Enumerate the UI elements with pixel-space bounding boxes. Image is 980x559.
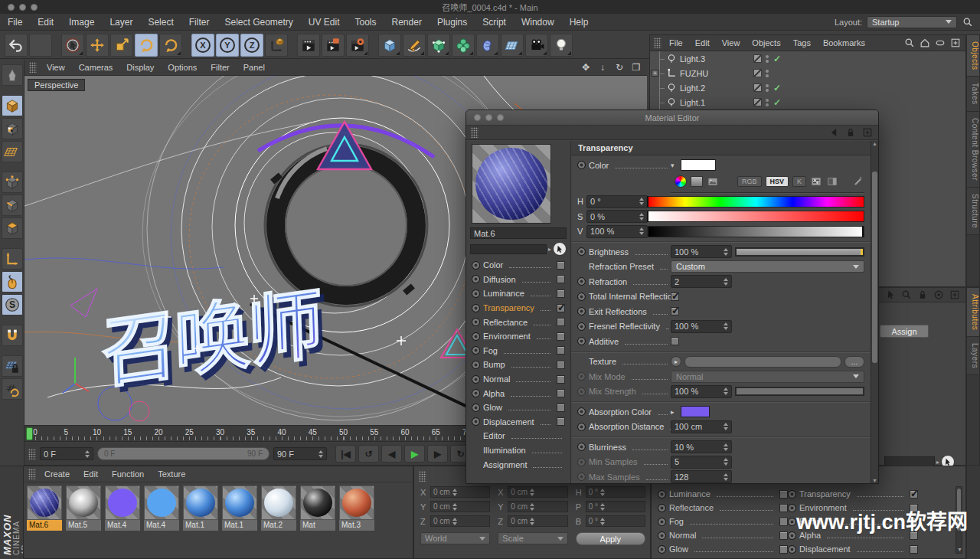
coord-select-world[interactable]: World xyxy=(420,532,490,544)
channel-checkbox[interactable] xyxy=(557,389,565,397)
material-preview[interactable] xyxy=(472,144,551,224)
menu-image[interactable]: Image xyxy=(61,14,102,31)
coord-field[interactable]: 0 ° xyxy=(586,501,645,512)
rotate-workplane-button[interactable] xyxy=(2,378,23,400)
channel-checkbox[interactable] xyxy=(557,304,565,312)
channel-fog[interactable]: Fog xyxy=(466,344,570,358)
channel-checkbox[interactable] xyxy=(557,332,565,341)
lock-icon[interactable] xyxy=(844,126,857,139)
camera-label[interactable]: Perspective xyxy=(28,79,85,91)
spin-arrows-icon[interactable] xyxy=(530,503,534,511)
layer-tag-icon[interactable] xyxy=(753,98,762,106)
scale-button[interactable] xyxy=(110,34,133,57)
workplane-mode-button[interactable] xyxy=(2,141,23,162)
radio-icon[interactable] xyxy=(577,372,586,381)
basic-channel-transparency[interactable]: Transparency xyxy=(788,487,918,501)
gray-swatch-icon[interactable] xyxy=(691,176,703,187)
channel-normal[interactable]: Normal xyxy=(466,372,570,387)
channel-displacement[interactable]: Displacement xyxy=(466,415,570,430)
axis-mode-button[interactable] xyxy=(2,248,23,270)
coord-select-scale[interactable]: Scale xyxy=(498,532,567,544)
radio-icon[interactable] xyxy=(472,332,480,341)
spin-arrows-icon[interactable] xyxy=(600,518,605,525)
dropdown[interactable]: Normal xyxy=(671,371,864,383)
gradient-sat[interactable] xyxy=(648,211,864,222)
add-light-button[interactable] xyxy=(550,34,573,57)
goto-start-button[interactable]: |◀ xyxy=(335,445,356,463)
assign-button[interactable]: Assign xyxy=(880,325,929,338)
spin-field[interactable]: 100 % xyxy=(586,225,648,238)
radio-icon[interactable] xyxy=(658,531,666,540)
shader-field[interactable] xyxy=(470,244,547,254)
coord-field[interactable]: 0 cm xyxy=(508,501,567,512)
radio-icon[interactable] xyxy=(658,518,666,526)
channel-color[interactable]: Color xyxy=(466,258,570,273)
render-view-button[interactable] xyxy=(297,34,320,57)
dropdown[interactable]: Custom xyxy=(671,260,864,273)
texture-arrow-icon[interactable]: ▸ xyxy=(671,356,681,367)
channel-checkbox[interactable] xyxy=(557,361,565,369)
viewport-menu-view[interactable]: View xyxy=(40,63,72,72)
viewport-menu-display[interactable]: Display xyxy=(119,63,161,72)
spin-arrows-icon[interactable] xyxy=(452,518,457,525)
live-selection-button[interactable] xyxy=(61,34,84,57)
checkbox[interactable] xyxy=(671,293,679,301)
spin-arrows-icon[interactable] xyxy=(639,213,644,221)
channel-checkbox[interactable] xyxy=(779,504,788,512)
layer-tag-icon[interactable] xyxy=(753,54,762,63)
object-menu-file[interactable]: File xyxy=(663,38,689,47)
menu-script[interactable]: Script xyxy=(475,14,514,31)
viewport-menu-panel[interactable]: Panel xyxy=(237,63,272,72)
tab-structure[interactable]: Structure xyxy=(967,188,979,235)
layer-tag-icon[interactable] xyxy=(753,69,762,77)
radio-icon[interactable] xyxy=(577,423,586,431)
channel-checkbox[interactable] xyxy=(910,545,918,554)
spin-arrows-icon[interactable] xyxy=(639,198,644,205)
add-floor-button[interactable] xyxy=(501,34,524,57)
redo-button[interactable] xyxy=(29,34,52,57)
gradient-marker[interactable] xyxy=(647,211,648,222)
colorsystem-hsv[interactable]: HSV xyxy=(766,176,789,187)
channel-checkbox[interactable] xyxy=(557,289,565,298)
menu-help[interactable]: Help xyxy=(562,14,596,31)
points-mode-button[interactable] xyxy=(2,172,23,193)
menu-layer[interactable]: Layer xyxy=(102,14,140,31)
material-mat-1[interactable]: Mat.1 xyxy=(183,485,218,531)
object-menu-view[interactable]: View xyxy=(716,38,746,47)
spin-field[interactable]: 100 cm xyxy=(671,420,732,433)
rotate-button[interactable] xyxy=(135,34,158,57)
material-mat-5[interactable]: Mat.5 xyxy=(66,485,101,531)
eyedropper-icon[interactable] xyxy=(852,175,864,188)
radio-icon[interactable] xyxy=(788,504,796,512)
spin-arrows-icon[interactable] xyxy=(600,489,605,496)
next-frame-button[interactable]: ▶ xyxy=(427,445,448,463)
node-editor-icon[interactable] xyxy=(553,242,567,256)
expander-icon[interactable]: ▸ xyxy=(548,246,551,253)
radio-icon[interactable] xyxy=(577,472,586,481)
radio-icon[interactable] xyxy=(577,161,586,169)
search-icon[interactable] xyxy=(903,37,916,49)
tab-objects[interactable]: Objects xyxy=(967,35,979,77)
object-name[interactable]: Light.2 xyxy=(680,83,753,93)
menu-tools[interactable]: Tools xyxy=(348,14,384,31)
target-icon[interactable] xyxy=(933,289,945,301)
enabled-check-icon[interactable]: ✓ xyxy=(773,83,781,93)
radio-icon[interactable] xyxy=(577,337,586,345)
material-name-field[interactable]: Mat.6 xyxy=(470,227,567,239)
channel-checkbox[interactable] xyxy=(910,490,918,499)
render-settings-button[interactable] xyxy=(346,34,369,57)
object-menu-bookmarks[interactable]: Bookmarks xyxy=(817,38,871,47)
material-menu-texture[interactable]: Texture xyxy=(151,469,192,479)
radio-icon[interactable] xyxy=(577,387,586,396)
texture-field[interactable] xyxy=(684,356,841,368)
compact-icon[interactable] xyxy=(826,175,838,188)
visibility-dots-icon[interactable] xyxy=(766,55,769,63)
spin-arrows-icon[interactable] xyxy=(530,518,534,525)
colorsystem-k[interactable]: K xyxy=(792,176,806,187)
spin-field[interactable]: 10 % xyxy=(671,440,732,453)
search-icon[interactable] xyxy=(962,16,974,28)
object-name[interactable]: Light.3 xyxy=(680,54,753,64)
radio-icon[interactable] xyxy=(577,247,586,256)
drag-grip-icon[interactable] xyxy=(29,62,37,73)
play-forward-button[interactable]: ▶ xyxy=(404,445,425,463)
